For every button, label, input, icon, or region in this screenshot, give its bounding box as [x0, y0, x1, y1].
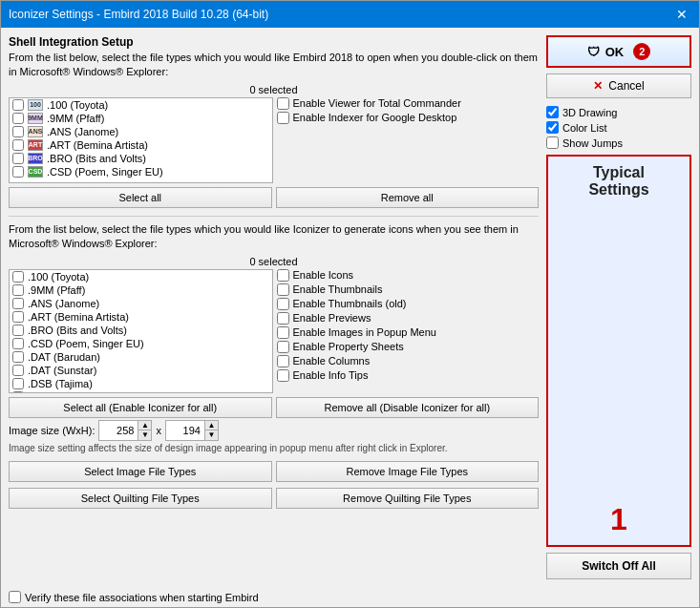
check-show-jumps[interactable]	[546, 136, 559, 149]
ok-button[interactable]: 🛡 OK 2	[546, 35, 691, 68]
list-item[interactable]: ANS .ANS (Janome)	[10, 125, 272, 138]
ok-icon: 🛡	[587, 45, 600, 59]
icon-100: 100	[28, 99, 43, 111]
enable-columns-checkbox[interactable]	[277, 355, 289, 367]
enable-viewer-checkbox[interactable]	[277, 97, 289, 110]
enable-thumbnails-label[interactable]: Enable Thumbnails	[277, 283, 540, 296]
list-item[interactable]: .DST (Tajima)	[10, 390, 272, 393]
check-3d-label[interactable]: 3D Drawing	[546, 106, 691, 118]
list-item[interactable]: .DAT (Barudan)	[10, 350, 272, 364]
list-checkbox-art[interactable]	[12, 139, 24, 151]
remove-image-button[interactable]: Remove Image File Types	[276, 461, 540, 482]
enable-icons-label[interactable]: Enable Icons	[277, 269, 540, 282]
enable-info-tips-label[interactable]: Enable Info Tips	[277, 369, 540, 382]
list-item[interactable]: BRO .BRO (Bits and Volts)	[10, 152, 272, 165]
list2-checkbox-art[interactable]	[12, 311, 24, 323]
icon-csd: CSD	[28, 166, 43, 178]
shell-section: Shell Integration Setup From the list be…	[9, 35, 539, 210]
typical-settings-title: Typical Settings	[588, 164, 648, 199]
enable-thumbnails-checkbox[interactable]	[277, 283, 289, 296]
enable-icons-checkbox[interactable]	[277, 269, 289, 282]
width-spinner[interactable]: 258 ▲ ▼	[98, 420, 152, 441]
image-file-btns-row: Select Image File Types Remove Image Fil…	[9, 461, 539, 482]
remove-quilting-button[interactable]: Remove Quilting File Types	[276, 488, 540, 509]
list-item[interactable]: CSD .CSD (Poem, Singer EU)	[10, 165, 272, 178]
list-checkbox-ans[interactable]	[12, 126, 24, 137]
select-all-button-1[interactable]: Select all	[9, 187, 272, 208]
list-item[interactable]: .9MM (Pfaff)	[10, 283, 272, 297]
enable-indexer-checkbox[interactable]	[277, 112, 289, 124]
ok-label: OK	[605, 45, 625, 59]
list-item[interactable]: .BRO (Bits and Volts)	[10, 324, 272, 337]
check-color-list-label[interactable]: Color List	[546, 121, 691, 134]
check-3d[interactable]	[546, 106, 559, 118]
list-item[interactable]: .DAT (Sunstar)	[10, 364, 272, 377]
list2-checkbox-ans[interactable]	[12, 298, 24, 309]
enable-previews-checkbox[interactable]	[277, 312, 289, 325]
list2-checkbox-100[interactable]	[12, 271, 24, 283]
switch-off-button[interactable]: Switch Off All	[546, 553, 691, 579]
list-item[interactable]: .ART (Bemina Artista)	[10, 310, 272, 324]
height-up-button[interactable]: ▲	[204, 421, 218, 430]
height-input[interactable]: 194	[166, 423, 204, 438]
file-types-listbox-2[interactable]: .100 (Toyota) .9MM (Pfaff) .ANS (Janome)	[9, 269, 273, 393]
remove-all-button-1[interactable]: Remove all	[276, 187, 540, 208]
list-item[interactable]: .CSD (Poem, Singer EU)	[10, 337, 272, 350]
enable-images-popup-checkbox[interactable]	[277, 326, 289, 339]
check-color-list[interactable]	[546, 121, 559, 134]
select-all-button-2[interactable]: Select all (Enable Iconizer for all)	[9, 397, 272, 418]
remove-all-button-2[interactable]: Remove all (Disable Iconizer for all)	[276, 397, 540, 418]
list2-checkbox-csd[interactable]	[12, 338, 24, 349]
list2-checkbox-9mm[interactable]	[12, 284, 24, 296]
list2-checkbox-dat-bar[interactable]	[12, 351, 24, 363]
list-item[interactable]: ART .ART (Bemina Artista)	[10, 138, 272, 152]
select-image-button[interactable]: Select Image File Types	[9, 461, 272, 482]
list-item[interactable]: .DSB (Tajima)	[10, 377, 272, 390]
options-area-2: Enable Icons Enable Thumbnails Enable Th…	[277, 269, 540, 393]
enable-viewer-label[interactable]: Enable Viewer for Total Commander	[277, 97, 540, 110]
enable-property-sheets-label[interactable]: Enable Property Sheets	[277, 341, 540, 353]
verify-associations-label[interactable]: Verify these file associations when star…	[9, 591, 259, 603]
enable-indexer-label[interactable]: Enable Indexer for Google Desktop	[277, 112, 540, 124]
height-down-button[interactable]: ▼	[204, 430, 218, 440]
height-spinner[interactable]: 194 ▲ ▼	[165, 420, 219, 441]
list-checkbox-bro[interactable]	[12, 153, 24, 164]
typical-settings-num: 1	[610, 502, 627, 537]
list-checkbox-csd[interactable]	[12, 166, 24, 178]
width-up-button[interactable]: ▲	[138, 421, 151, 430]
list2-checkbox-dst[interactable]	[12, 391, 24, 393]
list2-checkbox-bro[interactable]	[12, 325, 24, 336]
verify-associations-checkbox[interactable]	[9, 591, 21, 603]
width-input[interactable]: 258	[99, 423, 138, 438]
enable-property-sheets-checkbox[interactable]	[277, 341, 289, 353]
left-panel: Shell Integration Setup From the list be…	[9, 35, 539, 579]
enable-thumbnails-old-checkbox[interactable]	[277, 298, 289, 310]
file-types-listbox-1[interactable]: 100 .100 (Toyota) 9MM .9MM (Pfaff) ANS .…	[9, 97, 273, 183]
enable-columns-label[interactable]: Enable Columns	[277, 355, 540, 367]
ok-badge: 2	[633, 43, 650, 60]
enable-info-tips-checkbox[interactable]	[277, 369, 289, 382]
enable-thumbnails-old-label[interactable]: Enable Thumbnails (old)	[277, 298, 540, 310]
list2-checkbox-dat-sun[interactable]	[12, 365, 24, 376]
enable-previews-label[interactable]: Enable Previews	[277, 312, 540, 325]
list-item[interactable]: .ANS (Janome)	[10, 297, 272, 310]
list-item[interactable]: .100 (Toyota)	[10, 270, 272, 283]
bottom-row: Verify these file associations when star…	[1, 587, 699, 607]
main-window: Iconizer Settings - Embird 2018 Build 10…	[0, 0, 700, 608]
list2-checkbox-dsb[interactable]	[12, 378, 24, 389]
enable-images-popup-label[interactable]: Enable Images in Popup Menu	[277, 326, 540, 339]
check-show-jumps-label[interactable]: Show Jumps	[546, 136, 691, 149]
divider-1	[9, 216, 539, 217]
cancel-button[interactable]: ✕ Cancel	[546, 73, 691, 98]
list-label: .ANS (Janome)	[47, 126, 118, 137]
select-quilting-button[interactable]: Select Quilting File Types	[9, 488, 272, 509]
width-down-button[interactable]: ▼	[138, 430, 151, 440]
close-button[interactable]: ✕	[672, 7, 691, 22]
list-item[interactable]: 9MM .9MM (Pfaff)	[10, 112, 272, 125]
shell-title: Shell Integration Setup	[9, 35, 539, 49]
list-item[interactable]: 100 .100 (Toyota)	[10, 98, 272, 112]
verify-associations-text: Verify these file associations when star…	[25, 592, 259, 603]
list-checkbox-9mm[interactable]	[12, 113, 24, 124]
list-checkbox-100[interactable]	[12, 99, 24, 111]
list-label: .CSD (Poem, Singer EU)	[47, 166, 163, 178]
